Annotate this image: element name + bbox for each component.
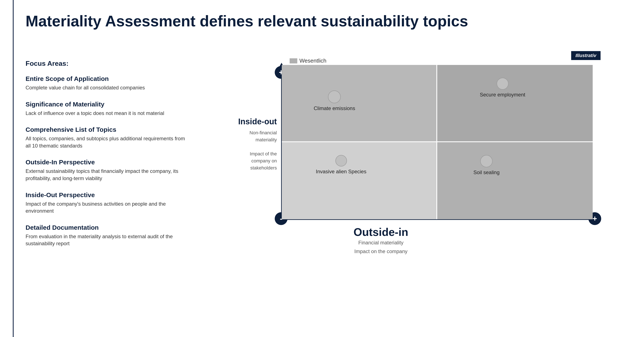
page-title: Materiality Assessment defines relevant … [26,13,468,30]
focus-item-3-title: Comprehensive List of Topics [26,126,185,133]
datapoint-soil-sealing: Soil sealing [474,155,500,176]
outside-in-sub1: Financial materiality [358,240,404,246]
focus-item-5: Inside-Out Perspective Impact of the com… [26,192,185,214]
secure-label: Secure employment [480,92,525,98]
inside-out-sub-label: Non-financial materiality Impact of the … [204,129,277,171]
focus-item-2-desc: Lack of influence over a topic does not … [26,110,185,117]
outside-in-label-block: Outside-in Financial materiality Impact … [354,226,408,256]
outside-in-sub-label: Financial materiality Impact on the comp… [354,238,408,256]
wesentlich-text: Wesentlich [300,58,326,64]
quadrant-top-right: Secure employment [437,65,593,142]
focus-item-2-title: Significance of Materiality [26,101,185,108]
invasive-circle [336,155,347,166]
quadrant-bottom-left: Invasive alien Species [282,142,437,220]
x-axis [281,219,596,220]
outside-in-main-label: Outside-in [354,226,408,238]
plus-x-label: + [592,214,597,223]
climate-circle [328,90,341,103]
left-border-decoration [13,0,14,337]
focus-item-3-desc: All topics, companies, and subtopics plu… [26,135,185,149]
secure-circle [497,78,508,90]
focus-item-4: Outside-In Perspective External sustaina… [26,158,185,182]
invasive-label: Invasive alien Species [316,168,366,174]
inside-out-sub4: company on [251,158,277,164]
datapoint-climate-emissions: Climate emissions [314,90,355,111]
quadrant-top-left: Climate emissions [282,65,437,142]
illustrativ-badge: Illustrativ [571,51,600,60]
focus-item-1-desc: Complete value chain for all consolidate… [26,84,185,91]
soil-circle [480,155,492,167]
datapoint-invasive-species: Invasive alien Species [316,155,366,174]
focus-item-4-title: Outside-In Perspective [26,158,185,166]
matrix-container: Illustrativ Wesentlich + - + Inside-out … [192,51,618,306]
focus-areas-label: Focus Areas: [26,60,185,68]
inside-out-sub5: stakeholders [250,165,277,170]
left-content-panel: Focus Areas: Entire Scope of Application… [26,60,185,256]
inside-out-main-label: Inside-out [204,117,277,126]
focus-item-1: Entire Scope of Application Complete val… [26,75,185,91]
focus-item-5-title: Inside-Out Perspective [26,192,185,198]
quadrant-bottom-right: Soil sealing [437,142,593,220]
inside-out-sub1: Non-financial [250,130,277,136]
inside-out-sub2: materiality [256,137,277,142]
inside-out-sub3: Impact of the [250,151,277,156]
outside-in-sub2: Impact on the company [354,248,408,254]
focus-item-6: Detailed Documentation From evaluation i… [26,224,185,247]
focus-item-1-title: Entire Scope of Application [26,75,185,82]
wesentlich-box-icon [290,58,297,64]
climate-label: Climate emissions [314,106,355,111]
quadrant-grid: Climate emissions Secure employment Inva… [282,65,593,219]
focus-item-5-desc: Impact of the company's business activit… [26,200,185,214]
focus-item-3: Comprehensive List of Topics All topics,… [26,126,185,149]
focus-item-2: Significance of Materiality Lack of infl… [26,101,185,117]
focus-item-6-desc: From evaluation in the materiality analy… [26,233,185,247]
wesentlich-label: Wesentlich [290,58,326,64]
inside-out-label-block: Inside-out Non-financial materiality Imp… [204,117,277,171]
soil-label: Soil sealing [474,170,500,176]
focus-item-6-title: Detailed Documentation [26,224,185,231]
focus-item-4-desc: External sustainability topics that fina… [26,168,185,182]
datapoint-secure-employment: Secure employment [480,78,525,98]
